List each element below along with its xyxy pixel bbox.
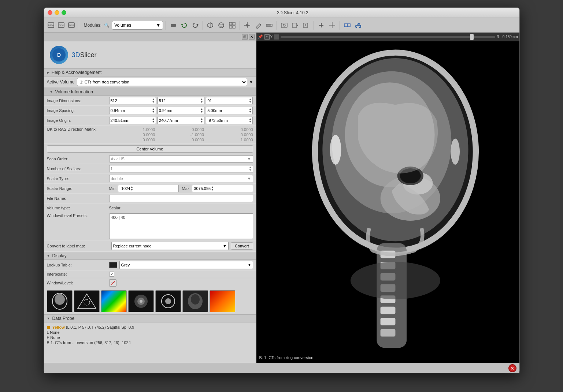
scalar-max-input[interactable]: 3075.095 ▲▼ bbox=[192, 185, 253, 192]
ruler-icon[interactable] bbox=[264, 20, 274, 30]
grid-icon[interactable] bbox=[227, 20, 237, 30]
sphere-icon[interactable] bbox=[216, 20, 226, 30]
crosshair-icon[interactable] bbox=[242, 20, 252, 30]
origin-x-input[interactable]: 240.51mm ▲▼ bbox=[109, 117, 156, 124]
toolbar-block-icon[interactable] bbox=[168, 20, 178, 30]
pin-icon[interactable]: 📌 bbox=[258, 34, 263, 39]
volume-info-header[interactable]: ▼ Volume Information bbox=[44, 88, 256, 96]
help-section-label: Help & Acknowledgement bbox=[52, 70, 102, 75]
pen-icon[interactable] bbox=[253, 20, 263, 30]
interpolate-checkbox[interactable]: ✓ bbox=[109, 272, 114, 277]
app-name: 3DSlicer bbox=[72, 51, 97, 59]
window-presets-box[interactable]: 400 | 40 bbox=[109, 213, 253, 239]
dim-x-input[interactable]: 512 ▲▼ bbox=[109, 97, 156, 104]
scalar-type-dropdown[interactable]: double ▼ bbox=[109, 175, 253, 182]
dcm-icon[interactable]: DCM bbox=[56, 20, 66, 30]
matrix-row-2: 0.0000 -1.0000 0.0000 bbox=[109, 132, 253, 137]
maximize-button[interactable] bbox=[62, 10, 66, 15]
y-checkbox[interactable]: Y bbox=[264, 34, 270, 40]
svg-point-47 bbox=[140, 300, 142, 303]
forward-icon[interactable] bbox=[190, 20, 200, 30]
help-section-header[interactable]: ▶ Help & Acknowledgement bbox=[44, 68, 256, 76]
svg-point-71 bbox=[330, 135, 341, 165]
thumbnail-4[interactable] bbox=[155, 290, 181, 312]
scan-order-label: Scan Order: bbox=[47, 157, 109, 161]
thumbnail-2[interactable] bbox=[101, 290, 127, 312]
slicer-logo-icon: D bbox=[50, 46, 68, 64]
plus-icon[interactable] bbox=[316, 20, 326, 30]
thumbnail-0[interactable] bbox=[47, 290, 73, 312]
window-level-icon[interactable] bbox=[109, 279, 116, 287]
thumbnail-6[interactable] bbox=[210, 290, 235, 312]
svg-marker-8 bbox=[196, 24, 199, 25]
probe-line-3: B 1: CTs from ...onversion (256, 317, 46… bbox=[47, 340, 253, 345]
modules-label: Modules: bbox=[84, 23, 102, 28]
num-scalars-input[interactable]: 1 ▲▼ bbox=[109, 165, 253, 172]
movie-icon[interactable] bbox=[290, 20, 300, 30]
svg-point-11 bbox=[219, 23, 224, 28]
scalar-min-input[interactable]: -1024 ▲▼ bbox=[118, 185, 179, 192]
image-spacing-value: 0.94mm ▲▼ 0.94mm ▲▼ 5.00 bbox=[109, 107, 253, 114]
spacing-z-input[interactable]: 5.00mm ▲▼ bbox=[206, 107, 253, 114]
data-probe-label: Data Probe bbox=[52, 316, 74, 321]
panel-expand-icon[interactable]: ✕ bbox=[249, 34, 255, 40]
thumbnail-5[interactable] bbox=[182, 290, 208, 312]
data-probe-header[interactable]: ▼ Data Probe bbox=[44, 314, 256, 322]
file-name-input[interactable] bbox=[109, 195, 253, 202]
thumbnail-3[interactable] bbox=[128, 290, 154, 312]
interpolate-row: Interpolate: ✓ bbox=[44, 270, 256, 278]
thumbnail-row bbox=[44, 288, 256, 314]
display-section-label: Display bbox=[52, 253, 66, 258]
image-origin-value: 240.51mm ▲▼ 240.77mm ▲▼ bbox=[109, 117, 253, 124]
origin-y-input[interactable]: 240.77mm ▲▼ bbox=[158, 117, 204, 124]
spacing-x-input[interactable]: 0.94mm ▲▼ bbox=[109, 107, 156, 114]
window-level-row: Window/Level: bbox=[44, 278, 256, 288]
extension-icon[interactable] bbox=[342, 20, 352, 30]
3d-cube-icon[interactable] bbox=[205, 20, 215, 30]
thumbnail-1[interactable] bbox=[74, 290, 100, 312]
color-swatch[interactable] bbox=[109, 262, 117, 268]
annotate-icon[interactable]: A bbox=[301, 20, 311, 30]
origin-z-input[interactable]: -973.50mm ▲▼ bbox=[206, 117, 253, 124]
data-probe-arrow-icon: ▼ bbox=[47, 317, 50, 320]
scan-order-dropdown[interactable]: Axial IS ▼ bbox=[109, 155, 253, 163]
center-volume-button[interactable]: Center Volume bbox=[47, 145, 253, 153]
scalar-range-row: Scalar Range: Min: -1024 ▲▼ Max: 3075.09… bbox=[44, 184, 256, 194]
volume-type-value: Scalar bbox=[109, 206, 121, 210]
dim-y-input[interactable]: 512 ▲▼ bbox=[158, 97, 204, 104]
image-view-container[interactable]: B: 1: CTs from rtog conversion bbox=[256, 41, 519, 363]
minimize-button[interactable] bbox=[55, 10, 59, 15]
svg-point-37 bbox=[357, 23, 358, 24]
screenshot-icon[interactable] bbox=[279, 20, 289, 30]
crosshair2-icon[interactable] bbox=[327, 20, 337, 30]
convert-button[interactable]: Convert bbox=[231, 242, 253, 250]
display-section-header[interactable]: ▼ Display bbox=[44, 252, 256, 260]
traffic-lights bbox=[48, 10, 66, 15]
reload-icon[interactable] bbox=[179, 20, 189, 30]
dim-z-input[interactable]: 91 ▲▼ bbox=[206, 97, 253, 104]
scroll-area[interactable]: D 3DSlicer ▶ Help & Acknowledgement Acti… bbox=[44, 41, 256, 363]
save-icon[interactable]: SAVE bbox=[67, 20, 76, 30]
nav-slider[interactable] bbox=[281, 36, 495, 38]
image-label: B: 1: CTs from rtog conversion bbox=[259, 355, 314, 360]
convert-select[interactable]: Replace current node ▼ bbox=[111, 242, 229, 250]
preset-item-1[interactable]: 400 | 40 bbox=[111, 215, 251, 220]
image-nav-bar: 📌 Y Y R: -0.130mm bbox=[256, 33, 519, 41]
image-spacing-row: Image Spacing: 0.94mm ▲▼ 0.94mm ▲▼ bbox=[44, 106, 256, 116]
file-name-label: File Name: bbox=[47, 196, 109, 201]
active-volume-select[interactable]: 1: CTs from rtog conversion bbox=[77, 78, 247, 86]
spacing-y-input[interactable]: 0.94mm ▲▼ bbox=[158, 107, 204, 114]
python-icon[interactable] bbox=[353, 20, 363, 30]
lookup-table-select[interactable]: Grey ▼ bbox=[119, 261, 253, 269]
svg-marker-7 bbox=[181, 24, 183, 25]
close-button[interactable] bbox=[48, 10, 52, 15]
panel-collapse-icon[interactable]: ⊞ bbox=[242, 34, 248, 40]
modules-search-icon[interactable]: 🔍 bbox=[103, 22, 110, 29]
main-window: 3D Slicer 4.10.2 DATA DCM SAVE bbox=[44, 7, 520, 373]
svg-rect-14 bbox=[233, 22, 235, 25]
logo-area: D 3DSlicer bbox=[44, 41, 256, 68]
close-circle-button[interactable]: ✕ bbox=[508, 364, 516, 372]
modules-dropdown[interactable]: Volumes ▼ bbox=[112, 21, 163, 30]
nav-color-bar bbox=[274, 34, 279, 40]
data-icon[interactable]: DATA bbox=[46, 20, 56, 30]
